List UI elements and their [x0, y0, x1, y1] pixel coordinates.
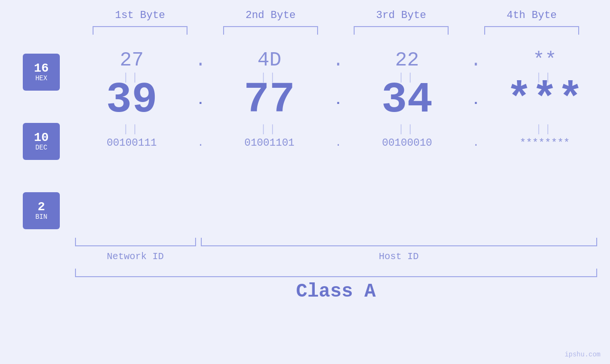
dec-dot-3: . — [467, 93, 486, 108]
bin-cell-2: 01001101 — [217, 137, 322, 149]
bottom-bracket-area: Network ID Host ID — [75, 238, 597, 262]
byte-header-1: 1st Byte — [88, 9, 192, 21]
bottom-labels: Network ID Host ID — [75, 249, 597, 262]
bin-row: 00100111 . 01001101 . 00100010 . — [66, 137, 610, 152]
hex-value-4: ** — [533, 49, 556, 72]
byte-header-4: 4th Byte — [479, 9, 584, 21]
bin-dot-2: . — [329, 137, 348, 149]
badge-dec-label: DEC — [35, 144, 47, 152]
network-id-label: Network ID — [75, 251, 196, 262]
eq-row-2: || || || || — [66, 123, 610, 135]
hex-value-3: 22 — [395, 49, 419, 72]
hex-value-2: 4D — [257, 49, 281, 72]
main-container: 1st Byte 2nd Byte 3rd Byte 4th Byte 16 H… — [0, 0, 610, 364]
dec-dot-1: . — [191, 93, 210, 108]
dec-value-3: 34 — [381, 76, 432, 124]
bottom-brackets — [75, 238, 597, 246]
bin-cell-1: 00100111 — [80, 137, 184, 149]
badge-bin-label: BIN — [35, 213, 47, 221]
bracket-2 — [223, 26, 318, 35]
network-id-bracket — [75, 238, 196, 246]
byte-headers: 1st Byte 2nd Byte 3rd Byte 4th Byte — [75, 9, 597, 21]
hex-dot-2: . — [329, 50, 348, 71]
bracket-4 — [484, 26, 579, 35]
eq-cell-1b: || — [80, 123, 184, 135]
badge-hex-num: 16 — [34, 62, 48, 75]
host-id-bracket — [201, 238, 597, 246]
bin-value-2: 01001101 — [244, 137, 295, 149]
dec-cell-4: *** — [493, 79, 597, 121]
data-rows-column: 27 . 4D . 22 . ** — [66, 44, 610, 234]
dec-cell-3: 34 — [355, 79, 460, 121]
bracket-1 — [93, 26, 188, 35]
eq-cell-4b: || — [493, 123, 597, 135]
badge-hex: 16 HEX — [23, 54, 60, 91]
bracket-3 — [354, 26, 449, 35]
hex-cell-3: 22 — [355, 49, 460, 72]
hex-dot-1: . — [191, 50, 210, 71]
dec-dot-2: . — [329, 93, 348, 108]
bin-value-3: 00100010 — [382, 137, 432, 149]
badge-hex-label: HEX — [35, 75, 47, 83]
host-id-label: Host ID — [201, 251, 597, 262]
dec-cell-1: 39 — [80, 79, 184, 121]
badges-column: 16 HEX 10 DEC 2 BIN — [0, 44, 66, 234]
badge-dec-num: 10 — [34, 131, 48, 144]
byte-header-2: 2nd Byte — [218, 9, 323, 21]
byte-header-3: 3rd Byte — [349, 9, 453, 21]
bin-dot-1: . — [191, 137, 210, 149]
bin-cell-3: 00100010 — [355, 137, 460, 149]
hex-cell-4: ** — [493, 49, 597, 72]
dec-value-4: *** — [506, 76, 583, 124]
eq-cell-2b: || — [217, 123, 322, 135]
class-label: Class A — [75, 281, 597, 302]
watermark: ipshu.com — [564, 351, 601, 358]
class-bracket — [75, 269, 597, 277]
dec-value-2: 77 — [244, 76, 295, 124]
hex-cell-2: 4D — [217, 49, 322, 72]
bin-dot-3: . — [467, 137, 486, 149]
dec-value-1: 39 — [106, 76, 157, 124]
hex-dot-3: . — [467, 50, 486, 71]
hex-row: 27 . 4D . 22 . ** — [66, 44, 610, 72]
bin-value-4: ******** — [520, 137, 570, 149]
badge-dec: 10 DEC — [23, 123, 60, 160]
top-brackets — [75, 26, 597, 35]
rows-wrapper: 16 HEX 10 DEC 2 BIN 27 . — [0, 44, 610, 234]
bin-value-1: 00100111 — [107, 137, 157, 149]
class-area: Class A — [75, 269, 597, 302]
hex-value-1: 27 — [120, 49, 143, 72]
badge-bin-num: 2 — [38, 201, 45, 213]
dec-cell-2: 77 — [217, 79, 322, 121]
hex-cell-1: 27 — [80, 49, 184, 72]
bin-cell-4: ******** — [493, 137, 597, 149]
badge-bin: 2 BIN — [23, 192, 60, 229]
dec-row: 39 . 77 . 34 . *** — [66, 79, 610, 121]
eq-cell-3b: || — [355, 123, 460, 135]
